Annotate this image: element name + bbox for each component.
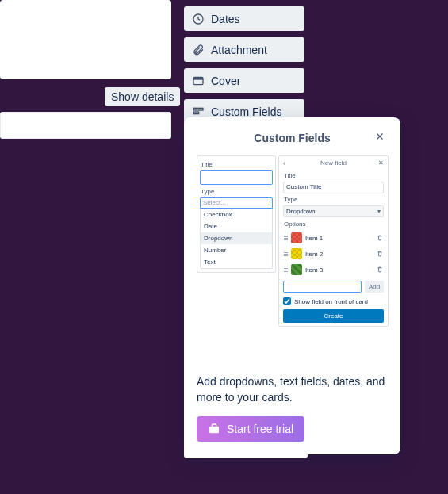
color-swatch-yellow (291, 248, 302, 259)
preview-show-on-front-label: Show field on front of card (294, 298, 368, 305)
preview-title-label: Title (201, 161, 272, 168)
trial-button-label: Start free trial (227, 423, 293, 435)
popover-description: Add dropdowns, text fields, dates, and m… (197, 374, 388, 405)
preview-new-field-title: New field (320, 159, 347, 167)
color-swatch-green (291, 264, 302, 275)
preview-option-dropdown: Dropdown (201, 232, 272, 244)
preview-right-title-label: Title (284, 172, 383, 179)
custom-fields-icon (192, 105, 205, 118)
preview-option-date: Date (201, 220, 272, 232)
preview-back-icon: ‹ (283, 159, 285, 167)
preview-right-type-dropdown: Dropdown ▾ (283, 205, 384, 217)
attachment-label: Attachment (211, 44, 267, 56)
custom-fields-preview: Title Type Select... Checkbox Date Dropd… (197, 155, 388, 362)
preview-type-select: Select... (200, 197, 273, 209)
paperclip-icon (192, 44, 205, 56)
svg-rect-5 (209, 427, 219, 434)
preview-show-on-front-checkbox: Show field on front of card (283, 297, 384, 305)
description-input[interactable] (0, 112, 171, 139)
color-swatch-red (291, 232, 302, 243)
dates-button[interactable]: Dates (184, 6, 304, 31)
custom-fields-label: Custom Fields (211, 105, 281, 118)
show-details-button[interactable]: Show details (105, 87, 180, 106)
svg-rect-2 (193, 77, 203, 79)
chevron-down-icon: ▾ (377, 208, 381, 215)
drag-handle-icon (283, 252, 288, 256)
popover-header: Custom Fields (197, 127, 388, 155)
dates-label: Dates (211, 13, 240, 25)
preview-add-option-row: Add (283, 281, 384, 293)
preview-right-title-input: Custom Title (283, 182, 384, 193)
preview-option-label: Item 3 (305, 266, 373, 274)
preview-left-panel: Title Type Select... Checkbox Date Dropd… (197, 155, 276, 273)
preview-option-label: Item 1 (305, 235, 373, 242)
svg-rect-4 (193, 112, 199, 114)
preview-option-row: Item 1 (283, 230, 384, 246)
drag-handle-icon (283, 236, 288, 240)
card-bottom-edge (184, 449, 308, 458)
preview-option-row: Item 2 (283, 246, 384, 262)
delete-option-icon (376, 250, 384, 258)
delete-option-icon (376, 234, 384, 242)
preview-option-label: Item 2 (305, 251, 373, 258)
popover-close-button[interactable] (372, 128, 388, 144)
card-panel (0, 0, 171, 79)
preview-right-type-label: Type (284, 196, 383, 203)
preview-type-label: Type (201, 188, 272, 195)
cover-label: Cover (211, 75, 240, 87)
preview-option-number: Number (201, 244, 272, 256)
preview-title-input (200, 170, 273, 185)
briefcase-icon (208, 423, 220, 435)
delete-option-icon (376, 266, 384, 274)
drag-handle-icon (283, 268, 288, 272)
start-free-trial-button[interactable]: Start free trial (197, 416, 304, 442)
clock-icon (192, 13, 205, 25)
preview-new-field-header: ‹ New field ✕ (283, 159, 384, 170)
preview-add-option-button: Add (365, 281, 384, 293)
preview-type-listbox: Checkbox Date Dropdown Number Text (200, 209, 273, 269)
svg-rect-3 (193, 108, 203, 110)
card-actions-sidebar: Dates Attachment Cover Custom Fields (184, 6, 304, 124)
preview-right-panel: ‹ New field ✕ Title Custom Title Type Dr… (278, 155, 389, 327)
preview-option-text: Text (201, 256, 272, 268)
preview-options-label: Options (284, 220, 383, 228)
custom-fields-popover: Custom Fields Title Type Select... Check… (184, 117, 400, 454)
cover-icon (192, 75, 205, 87)
preview-right-type-value: Dropdown (286, 208, 315, 215)
preview-create-button: Create (283, 309, 384, 323)
preview-checkbox-input (283, 297, 291, 305)
cover-button[interactable]: Cover (184, 68, 304, 93)
preview-close-icon: ✕ (378, 159, 384, 167)
close-icon (374, 131, 385, 142)
preview-add-option-input (283, 281, 362, 293)
popover-title: Custom Fields (254, 132, 330, 144)
attachment-button[interactable]: Attachment (184, 37, 304, 62)
preview-option-row: Item 3 (283, 262, 384, 278)
preview-option-checkbox: Checkbox (201, 209, 272, 220)
